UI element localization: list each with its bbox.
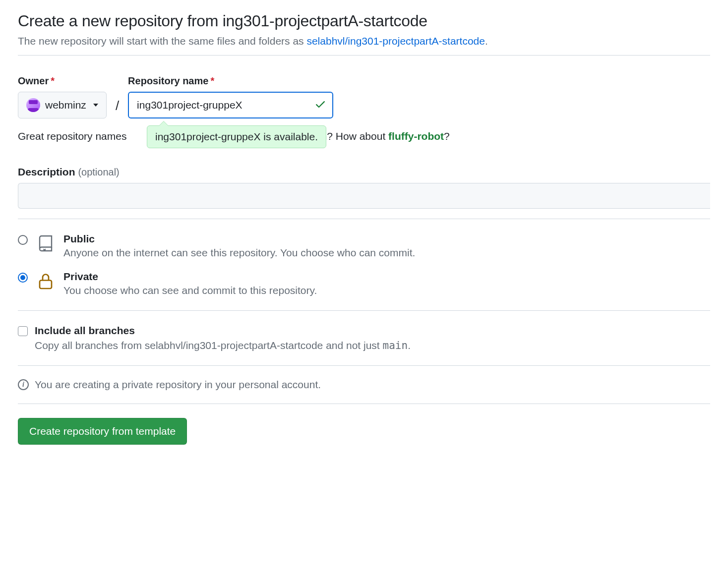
availability-tooltip: ing301project-gruppeX is available.: [147, 125, 326, 148]
svg-rect-0: [40, 281, 52, 289]
required-asterisk: *: [210, 75, 214, 86]
visibility-private-title: Private: [63, 271, 710, 283]
owner-select[interactable]: webminz: [18, 92, 107, 118]
visibility-public-title: Public: [63, 233, 710, 245]
include-branches-checkbox[interactable]: [18, 326, 28, 336]
visibility-public-radio[interactable]: [18, 235, 28, 245]
optional-hint: (optional): [78, 167, 119, 177]
visibility-private-desc: You choose who can see and commit to thi…: [63, 285, 710, 296]
visibility-public-desc: Anyone on the internet can see this repo…: [63, 247, 710, 259]
repo-icon: [36, 233, 56, 254]
name-suggestion-link[interactable]: fluffy-robot: [388, 130, 444, 142]
subtitle-suffix: .: [485, 35, 488, 47]
lock-icon: [36, 271, 56, 291]
include-branches-title: Include all branches: [35, 325, 135, 337]
description-label: Description (optional): [18, 166, 120, 177]
create-repository-button[interactable]: Create repository from template: [18, 418, 187, 445]
repo-name-input[interactable]: [128, 92, 333, 118]
main-branch-label: main: [383, 340, 408, 351]
slash-separator: /: [113, 98, 122, 118]
repo-name-label: Repository name*: [128, 75, 333, 87]
owner-label: Owner*: [18, 75, 107, 87]
owner-value: webminz: [45, 99, 86, 111]
info-icon: i: [18, 379, 29, 390]
check-icon: [314, 98, 326, 112]
info-text: You are creating a private repository in…: [35, 379, 321, 391]
template-source-link[interactable]: selabhvl/ing301-projectpartA-startcode: [306, 35, 485, 47]
visibility-private-radio[interactable]: [18, 273, 28, 283]
avatar-icon: [26, 98, 40, 112]
required-asterisk: *: [51, 75, 55, 86]
include-branches-desc: Copy all branches from selabhvl/ing301-p…: [35, 340, 710, 351]
page-title: Create a new repository from ing301-proj…: [18, 12, 710, 30]
description-input[interactable]: [18, 183, 710, 209]
chevron-down-icon: [93, 104, 98, 107]
subtitle-prefix: The new repository will start with the s…: [18, 35, 306, 47]
divider: [18, 55, 710, 56]
name-hint-row: Great repository names ing301project-gru…: [18, 130, 710, 142]
page-subtitle: The new repository will start with the s…: [18, 35, 710, 47]
